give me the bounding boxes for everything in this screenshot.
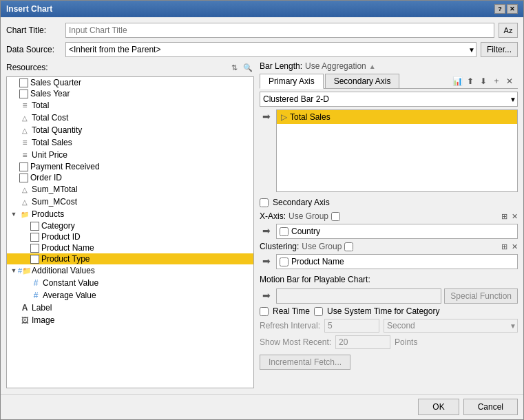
bar-length-row: Bar Length: Use Aggregation ▲	[260, 61, 518, 71]
triangle-icon: △	[19, 196, 30, 207]
list-item[interactable]: Product ID	[7, 231, 253, 242]
series-arrow-button[interactable]: ➡	[260, 109, 273, 123]
clustering-label-row: Clustering: Use Group ⊞ ✕	[260, 242, 518, 251]
clustering-value: Use Group	[302, 242, 342, 251]
item-label: Sum_MTotal	[32, 185, 78, 194]
bar-chart-icon[interactable]: 📊	[452, 76, 463, 87]
list-item[interactable]: Product Name	[7, 242, 253, 253]
close-button[interactable]: ✕	[507, 4, 518, 14]
secondary-axis-tab[interactable]: Secondary Axis	[325, 74, 400, 88]
list-item[interactable]: △ Sum_MCost	[7, 196, 253, 208]
list-item[interactable]: A Label	[7, 302, 253, 314]
product-name-arrow-button[interactable]: ➡	[260, 254, 273, 268]
chart-type-wrapper: Clustered Bar 2-D ▼	[260, 92, 518, 107]
image-icon: 🖼	[19, 315, 30, 326]
x-axis-checkbox[interactable]	[331, 212, 340, 221]
dialog-footer: OK Cancel	[1, 394, 523, 419]
motion-bar-arrow-button[interactable]: ➡	[260, 288, 273, 302]
data-source-select[interactable]: <Inherit from the Parent>	[65, 42, 476, 57]
az-button[interactable]: Az	[499, 23, 518, 38]
chart-type-select[interactable]: Clustered Bar 2-D	[260, 92, 518, 107]
x-country-row[interactable]: Country	[276, 224, 518, 239]
sort-desc-icon[interactable]: ⬇	[478, 76, 489, 87]
list-item[interactable]: Order ID	[7, 172, 253, 183]
secondary-axis-checkbox[interactable]	[260, 198, 269, 207]
incremental-fetch-button[interactable]: Incremental Fetch...	[260, 355, 350, 370]
refresh-label: Refresh Interval:	[260, 321, 320, 330]
refresh-unit-select[interactable]: Second	[384, 319, 518, 333]
special-function-button[interactable]: Special Function	[444, 288, 518, 304]
folder-icon: 📁	[19, 209, 30, 220]
product-name-checkbox[interactable]	[280, 258, 289, 266]
triangle-icon: △	[19, 112, 30, 123]
resources-icons: ⇅ 🔍	[228, 61, 254, 74]
sort-asc-icon[interactable]: ⬆	[465, 76, 476, 87]
list-item-selected[interactable]: Product Type	[7, 253, 253, 264]
tab-close-icon[interactable]: ✕	[504, 76, 515, 87]
checkbox-icon	[19, 174, 28, 182]
list-item[interactable]: Payment Received	[7, 161, 253, 172]
title-bar: Insert Chart ? ✕	[1, 1, 523, 17]
chart-type-row: Clustered Bar 2-D ▼	[260, 92, 518, 107]
clustering-close-icon[interactable]: ✕	[512, 242, 518, 251]
ok-button[interactable]: OK	[418, 399, 459, 415]
x-axis-filter-icon[interactable]: ⊞	[501, 212, 507, 221]
chart-title-label: Chart Title:	[6, 25, 61, 35]
clustering-filter-icon[interactable]: ⊞	[501, 242, 507, 251]
realtime-checkbox[interactable]	[260, 307, 269, 316]
item-label: Order ID	[30, 173, 62, 182]
help-button[interactable]: ?	[494, 4, 505, 14]
list-item[interactable]: ≡ Total	[7, 99, 253, 112]
secondary-axis-label: Secondary Axis	[273, 198, 330, 207]
add-icon[interactable]: +	[491, 76, 502, 87]
motion-bar-label: Motion Bar for Playable Chart:	[260, 275, 370, 284]
x-country-arrow-button[interactable]: ➡	[260, 224, 273, 238]
item-label: Product ID	[41, 232, 81, 242]
checkbox-icon	[30, 222, 39, 231]
triangle-icon: △	[19, 125, 30, 136]
list-item[interactable]: # Average Value	[7, 289, 253, 302]
country-checkbox[interactable]	[280, 227, 289, 236]
sort-icon[interactable]: ⇅	[228, 61, 240, 74]
item-label: Label	[32, 303, 52, 313]
list-item[interactable]: Category	[7, 220, 253, 231]
checkbox-icon	[19, 90, 28, 98]
list-item[interactable]: △ Sum_MTotal	[7, 183, 253, 196]
list-item[interactable]: ≡ Total Sales	[7, 136, 253, 149]
series-item-label: Total Sales	[290, 112, 331, 122]
use-system-time-label: Use System Time for Category	[327, 306, 439, 316]
series-item[interactable]: ▷ Total Sales	[277, 110, 517, 124]
expander-icon[interactable]: ▼	[8, 209, 19, 220]
checkbox-icon	[30, 255, 39, 264]
resource-tree[interactable]: Sales Quarter Sales Year ≡ Total	[6, 76, 254, 388]
list-item[interactable]: △ Total Quantity	[7, 124, 253, 136]
list-item[interactable]: △ Total Cost	[7, 112, 253, 124]
list-item[interactable]: # Constant Value	[7, 277, 253, 289]
x-axis-close-icon[interactable]: ✕	[512, 212, 518, 221]
incremental-row: Incremental Fetch...	[260, 352, 518, 372]
axis-tabs: Primary Axis Secondary Axis 📊 ⬆ ⬇ + ✕	[260, 74, 518, 89]
search-icon[interactable]: 🔍	[242, 61, 254, 74]
realtime-row: Real Time Use System Time for Category	[260, 306, 518, 316]
filter-button[interactable]: Filter...	[481, 42, 518, 57]
list-item[interactable]: ▼ #📁 Additional Values	[7, 264, 253, 277]
country-label: Country	[291, 227, 320, 236]
primary-axis-tab[interactable]: Primary Axis	[260, 74, 324, 89]
list-item[interactable]: ≡ Unit Price	[7, 149, 253, 161]
show-recent-input[interactable]	[335, 335, 390, 349]
use-system-time-checkbox[interactable]	[314, 307, 323, 316]
motion-bar-input[interactable]	[276, 288, 441, 304]
checkbox-icon	[30, 233, 39, 242]
clustering-checkbox[interactable]	[344, 242, 353, 251]
refresh-input[interactable]	[324, 319, 379, 333]
motion-bar-row: Motion Bar for Playable Chart:	[260, 272, 518, 286]
product-name-row[interactable]: Product Name	[276, 254, 518, 269]
list-item[interactable]: Sales Year	[7, 88, 253, 99]
series-panel-with-arrow: ➡ ▷ Total Sales	[260, 109, 518, 192]
cancel-button[interactable]: Cancel	[463, 399, 518, 415]
chart-title-input[interactable]	[65, 23, 494, 38]
list-item[interactable]: 🖼 Image	[7, 314, 253, 326]
list-item[interactable]: ▼ 📁 Products	[7, 208, 253, 220]
list-item[interactable]: Sales Quarter	[7, 77, 253, 88]
clustering-label: Clustering:	[260, 242, 299, 251]
